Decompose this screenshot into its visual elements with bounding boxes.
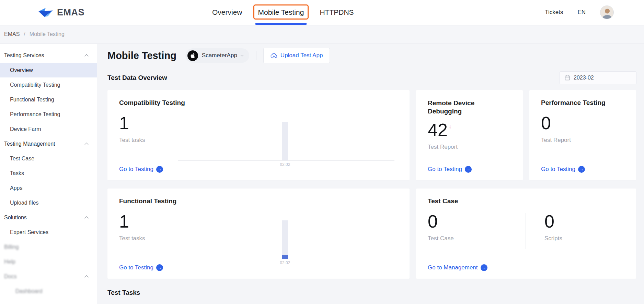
go-to-performance-testing-link[interactable]: Go to Testing →: [541, 166, 585, 173]
tickets-link[interactable]: Tickets: [545, 9, 563, 16]
sidebar-item-blurred-1[interactable]: Billing: [0, 240, 97, 254]
card-title: Remote Device Debugging: [428, 99, 491, 115]
arrow-right-icon: →: [465, 166, 472, 173]
sidebar-item-tasks[interactable]: Tasks: [0, 166, 97, 181]
section-title-test-data-overview: Test Data Overview: [107, 74, 167, 82]
emas-logo[interactable]: EMAS: [38, 7, 84, 18]
breadcrumb-root[interactable]: EMAS: [4, 31, 20, 37]
card-performance-testing: Performance Testing 0 Test Report Go to …: [529, 90, 636, 180]
card-title: Compatibility Testing: [119, 99, 398, 107]
sidebar-item-label: Docs: [4, 273, 16, 280]
sidebar-item-label: Functional Testing: [10, 97, 54, 103]
page-title: Mobile Testing: [107, 50, 176, 61]
breadcrumb-current: Mobile Testing: [30, 31, 65, 37]
upload-cloud-icon: [271, 53, 277, 59]
sidebar-item-expert-services[interactable]: Expert Services: [0, 225, 97, 240]
nav-mobile-testing[interactable]: Mobile Testing: [258, 0, 304, 25]
nav-mobile-testing-label: Mobile Testing: [258, 8, 304, 16]
language-switcher[interactable]: EN: [577, 9, 586, 16]
sidebar-item-upload-files[interactable]: Upload files: [0, 195, 97, 210]
chevron-down-icon: [241, 53, 243, 56]
header-right: Tickets EN: [545, 5, 614, 19]
app-selector-value: ScameterApp: [202, 52, 237, 59]
test-case-stat: 0 Test Case: [428, 212, 526, 249]
go-to-management-label: Go to Management: [428, 264, 478, 271]
test-case-count: 0: [428, 212, 526, 230]
overview-section-header: Test Data Overview 2023-02: [107, 71, 636, 85]
sidebar-item-test-case[interactable]: Test Case: [0, 151, 97, 166]
sidebar-group-blurred-3[interactable]: Docs: [0, 269, 97, 284]
app-selector[interactable]: ScameterApp: [185, 48, 249, 63]
sidebar-group-testing-services[interactable]: Testing Services: [0, 48, 97, 63]
date-filter-value: 2023-02: [574, 75, 594, 81]
card-title: Performance Testing: [541, 99, 624, 107]
chevron-up-icon: [84, 216, 88, 220]
calendar-icon: [565, 75, 570, 81]
emas-logo-icon: [38, 7, 54, 17]
compatibility-mini-bar-chart: 02.02: [178, 120, 394, 161]
sidebar-group-label: Testing Services: [4, 52, 44, 59]
sidebar-group-testing-management[interactable]: Testing Management: [0, 136, 97, 151]
apple-icon: [187, 50, 198, 61]
sidebar-item-overview[interactable]: Overview: [0, 63, 97, 77]
scripts-count-label: Scripts: [544, 235, 562, 242]
date-filter[interactable]: 2023-02: [560, 71, 636, 84]
user-avatar-icon: [600, 6, 614, 19]
chart-x-label: 02.02: [280, 260, 290, 265]
delta-down-icon: ↓: [449, 123, 452, 130]
arrow-right-icon: →: [156, 166, 163, 173]
sidebar-item-label: Help: [4, 259, 15, 265]
sidebar-item-label: Tasks: [10, 170, 24, 177]
performance-report-label: Test Report: [541, 137, 624, 144]
card-remote-device-debugging: Remote Device Debugging 42↓ Test Report …: [416, 90, 523, 180]
primary-nav: Overview Mobile Testing HTTPDNS: [212, 0, 354, 25]
arrow-right-icon: →: [481, 264, 487, 271]
remote-debugging-report-label: Test Report: [428, 144, 511, 150]
test-case-stats: 0 Test Case 0 Scripts: [428, 212, 624, 249]
sidebar-item-compatibility-testing[interactable]: Compatibility Testing: [0, 77, 97, 92]
scripts-count: 0: [544, 212, 562, 230]
upload-test-app-button[interactable]: Upload Test App: [263, 48, 330, 63]
go-to-management-link[interactable]: Go to Management →: [428, 264, 487, 271]
active-tab-underline: [255, 23, 307, 25]
chart-x-label: 02.02: [280, 162, 290, 167]
go-to-compatibility-testing-link[interactable]: Go to Testing →: [119, 166, 163, 173]
nav-overview[interactable]: Overview: [212, 0, 242, 25]
chart-bar: [282, 220, 288, 259]
breadcrumb-separator: /: [24, 31, 25, 37]
sidebar-item-blurred-2[interactable]: Help: [0, 254, 97, 269]
card-title: Test Case: [428, 197, 624, 205]
sidebar-item-label: Dashboard: [15, 288, 42, 294]
remote-debugging-count: 42: [428, 120, 448, 140]
arrow-right-icon: →: [156, 264, 163, 271]
sidebar-item-performance-testing[interactable]: Performance Testing: [0, 107, 97, 122]
sidebar: Testing Services Overview Compatibility …: [0, 44, 97, 304]
remote-debugging-report-value: 42↓: [428, 121, 511, 139]
go-to-testing-label: Go to Testing: [541, 166, 575, 173]
go-to-remote-debugging-link[interactable]: Go to Testing →: [428, 166, 472, 173]
sidebar-group-solutions[interactable]: Solutions: [0, 210, 97, 225]
sidebar-item-device-farm[interactable]: Device Farm: [0, 122, 97, 136]
chevron-up-icon: [84, 275, 88, 279]
performance-report-value: 0: [541, 114, 624, 132]
sidebar-item-label: Upload files: [10, 200, 39, 206]
sidebar-item-label: Expert Services: [10, 229, 48, 235]
sidebar-item-apps[interactable]: Apps: [0, 181, 97, 195]
avatar[interactable]: [600, 5, 614, 19]
section-title-test-tasks: Test Tasks: [107, 289, 636, 296]
sidebar-item-label: Overview: [10, 67, 33, 73]
chevron-up-icon: [84, 143, 88, 146]
sidebar-item-blurred-dashboard[interactable]: Dashboard: [0, 284, 97, 299]
chart-bar-base-segment: [282, 255, 288, 259]
sidebar-group-label: Testing Management: [4, 141, 55, 147]
sidebar-item-label: Performance Testing: [10, 111, 60, 118]
divider: [256, 51, 256, 60]
go-to-functional-testing-link[interactable]: Go to Testing →: [119, 264, 163, 271]
logo-text: EMAS: [57, 7, 84, 18]
breadcrumb: EMAS / Mobile Testing: [0, 25, 644, 44]
upload-test-app-label: Upload Test App: [280, 52, 323, 59]
nav-httpdns[interactable]: HTTPDNS: [320, 0, 354, 25]
overview-cards: Compatibility Testing 1 Test tasks 02.02…: [107, 90, 636, 279]
sidebar-item-label: Device Farm: [10, 126, 41, 132]
sidebar-item-functional-testing[interactable]: Functional Testing: [0, 92, 97, 107]
